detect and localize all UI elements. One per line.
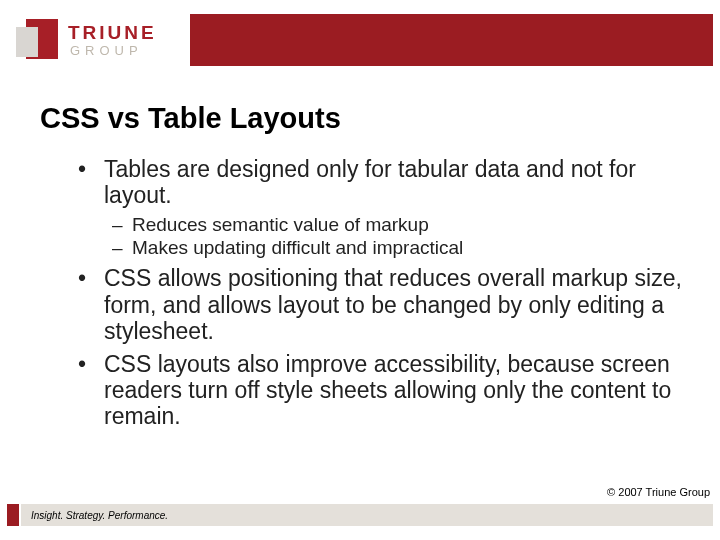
bullet-2: CSS allows positioning that reduces over… [70, 265, 686, 344]
logo-text: TRIUNE GROUP [68, 23, 157, 57]
bullet-1: Tables are designed only for tabular dat… [70, 156, 686, 259]
footer-strip: Insight. Strategy. Performance. [21, 504, 713, 526]
slide: TRIUNE GROUP CSS vs Table Layouts Tables… [0, 0, 720, 540]
header-color-bar [190, 14, 713, 66]
logo-mark-icon [16, 17, 62, 63]
tagline: Insight. Strategy. Performance. [31, 510, 168, 521]
footer-accent [7, 504, 19, 526]
bullet-1-text: Tables are designed only for tabular dat… [104, 156, 636, 208]
logo-name: TRIUNE [68, 23, 157, 42]
logo-sub: GROUP [68, 44, 157, 57]
header: TRIUNE GROUP [0, 0, 720, 78]
copyright: © 2007 Triune Group [607, 486, 710, 498]
slide-title: CSS vs Table Layouts [40, 102, 341, 135]
slide-body: Tables are designed only for tabular dat… [70, 156, 686, 436]
footer-bar: Insight. Strategy. Performance. [0, 504, 720, 526]
logo: TRIUNE GROUP [16, 14, 180, 66]
bullet-3: CSS layouts also improve accessibility, … [70, 351, 686, 430]
bullet-1-sub-1: Reduces semantic value of markup [104, 213, 686, 236]
bullet-1-sub-2: Makes updating difficult and impractical [104, 236, 686, 259]
